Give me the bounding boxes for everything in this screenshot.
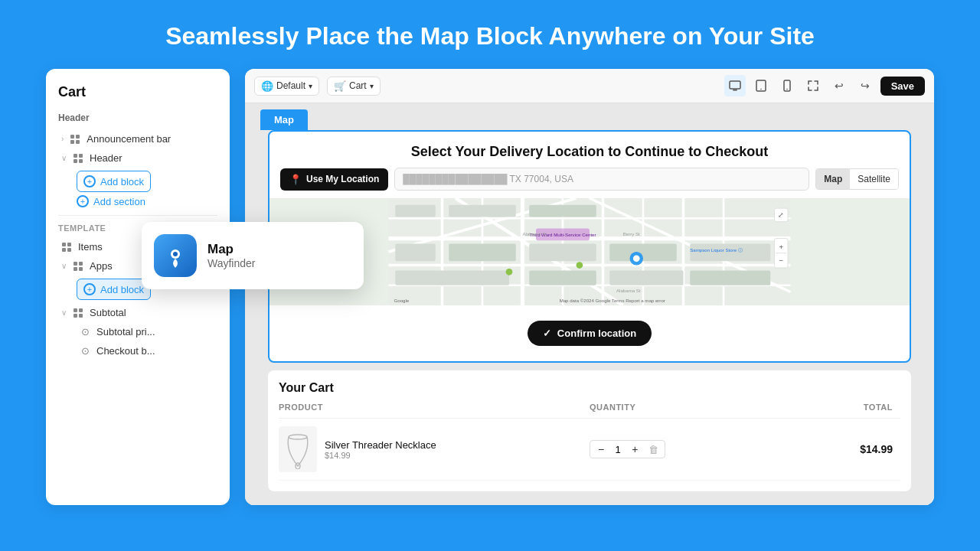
map-tooltip-popup: Map Wayfinder — [142, 222, 364, 289]
quantity-col-header: QUANTITY — [590, 403, 745, 412]
use-location-button[interactable]: 📍 Use My Location — [280, 168, 388, 191]
use-location-label: Use My Location — [306, 174, 379, 184]
undo-icon[interactable]: ↩ — [828, 75, 850, 96]
grid-icon3 — [61, 242, 72, 253]
quantity-control: − 1 + 🗑 — [590, 440, 665, 458]
svg-text:+: + — [779, 243, 783, 252]
quantity-decrease-button[interactable]: − — [596, 443, 606, 455]
chevron-down-icon: ∨ — [61, 154, 67, 162]
expand-icon[interactable] — [802, 75, 824, 96]
quantity-value: 1 — [610, 444, 626, 455]
total-cell: $14.99 — [745, 443, 900, 455]
divider — [58, 215, 217, 216]
product-name: Silver Threader Necklace — [325, 439, 436, 451]
svg-rect-6 — [74, 159, 77, 163]
table-row: Silver Threader Necklace $14.99 − 1 + 🗑 — [279, 419, 900, 481]
svg-point-72 — [289, 435, 307, 439]
quantity-increase-button[interactable]: + — [630, 443, 639, 455]
svg-point-56 — [577, 262, 583, 269]
mobile-icon[interactable] — [776, 75, 798, 96]
total-col-header: TOTAL — [745, 403, 900, 412]
sidebar-item-checkout[interactable]: ⊙ Checkout b... — [58, 341, 217, 360]
sidebar-item-header[interactable]: ∨ Header — [58, 148, 217, 168]
add-block-label: Add block — [100, 176, 144, 187]
cart-section-title: Your Cart — [279, 381, 900, 395]
default-dropdown[interactable]: 🌐 Default ▾ — [254, 77, 319, 96]
confirm-location-button[interactable]: ✓ Confirm location — [528, 321, 652, 346]
svg-text:−: − — [779, 256, 783, 265]
sidebar-item-subtotal-price[interactable]: ⊙ Subtotal pri... — [58, 322, 217, 341]
hero-title: Seamlessly Place the Map Block Anywhere … — [0, 0, 980, 69]
svg-point-57 — [506, 269, 513, 276]
browser-content: Map Select Your Delivery Location to Con… — [245, 103, 934, 505]
product-info: Silver Threader Necklace $14.99 — [325, 439, 436, 460]
map-block-title: Select Your Delivery Location to Continu… — [270, 132, 910, 168]
svg-rect-51 — [529, 271, 596, 285]
svg-point-23 — [760, 89, 762, 90]
apps-label: Apps — [90, 260, 113, 272]
delete-item-button[interactable]: 🗑 — [648, 444, 658, 455]
svg-text:Google: Google — [394, 298, 410, 303]
svg-rect-3 — [76, 140, 80, 144]
cart-table-header: PRODUCT QUANTITY TOTAL — [279, 403, 900, 419]
save-button[interactable]: Save — [880, 77, 925, 96]
add-block-button-header[interactable]: + Add block — [77, 171, 151, 192]
tablet-icon[interactable] — [750, 75, 772, 96]
svg-rect-13 — [79, 262, 83, 266]
quantity-cell: − 1 + 🗑 — [590, 440, 745, 458]
svg-text:Alabama St: Alabama St — [523, 231, 547, 236]
map-button[interactable]: Map — [816, 169, 850, 189]
svg-rect-7 — [79, 159, 83, 163]
sidebar-item-subtotal[interactable]: ∨ Subtotal — [58, 303, 217, 322]
svg-rect-17 — [79, 308, 83, 312]
add-section-button[interactable]: + Add section — [77, 195, 217, 207]
grid-icon5 — [73, 308, 83, 318]
plus-circle-apps-icon: + — [83, 283, 96, 295]
svg-rect-12 — [74, 262, 77, 266]
product-cell: Silver Threader Necklace $14.99 — [279, 426, 590, 472]
add-section-label: Add section — [93, 196, 145, 207]
satellite-button[interactable]: Satellite — [850, 169, 898, 189]
location-input[interactable]: ████████████████ TX 77004, USA — [394, 168, 809, 191]
header-label: Header — [90, 152, 122, 164]
map-app-icon — [154, 234, 197, 277]
svg-text:Berry St: Berry St — [623, 231, 640, 236]
svg-point-59 — [633, 256, 640, 262]
svg-point-25 — [786, 89, 788, 90]
redo-icon[interactable]: ↪ — [854, 75, 876, 96]
svg-text:⤢: ⤢ — [778, 211, 784, 219]
map-controls-row: 📍 Use My Location ████████████████ TX 77… — [270, 168, 910, 198]
cart-dropdown[interactable]: 🛒 Cart ▾ — [327, 77, 381, 96]
svg-rect-18 — [74, 314, 77, 318]
svg-rect-43 — [449, 205, 516, 217]
svg-rect-21 — [733, 90, 737, 91]
svg-rect-53 — [690, 271, 770, 285]
map-tooltip-name: Map — [207, 242, 256, 257]
plus-circle-section-icon: + — [77, 195, 89, 207]
svg-rect-46 — [529, 244, 596, 262]
svg-rect-11 — [67, 248, 71, 252]
sidebar-item-announcement[interactable]: › Announcement bar — [58, 129, 217, 148]
chevron-down-cart-icon: ▾ — [370, 82, 374, 90]
location-pin-icon: 📍 — [289, 174, 302, 185]
chevron-down-default-icon: ▾ — [309, 82, 312, 90]
tag-icon: ⊙ — [80, 327, 90, 337]
map-block: Select Your Delivery Location to Continu… — [268, 130, 911, 363]
svg-text:Alabama St: Alabama St — [616, 288, 641, 293]
desktop-icon[interactable] — [724, 75, 746, 96]
svg-rect-45 — [449, 244, 516, 262]
items-label: Items — [78, 241, 103, 253]
svg-rect-16 — [74, 308, 77, 312]
cart-icon: 🛒 — [334, 80, 346, 92]
map-tab[interactable]: Map — [260, 109, 308, 130]
grid-icon2 — [73, 153, 83, 164]
svg-rect-19 — [79, 314, 83, 318]
product-price: $14.99 — [325, 451, 436, 460]
svg-point-75 — [173, 252, 178, 256]
sidebar-title: Cart — [58, 84, 217, 100]
confirm-label: Confirm location — [557, 328, 636, 339]
svg-rect-8 — [62, 243, 66, 246]
svg-rect-10 — [62, 248, 66, 252]
svg-rect-14 — [74, 267, 77, 271]
add-block-button-apps[interactable]: + Add block — [77, 279, 151, 300]
